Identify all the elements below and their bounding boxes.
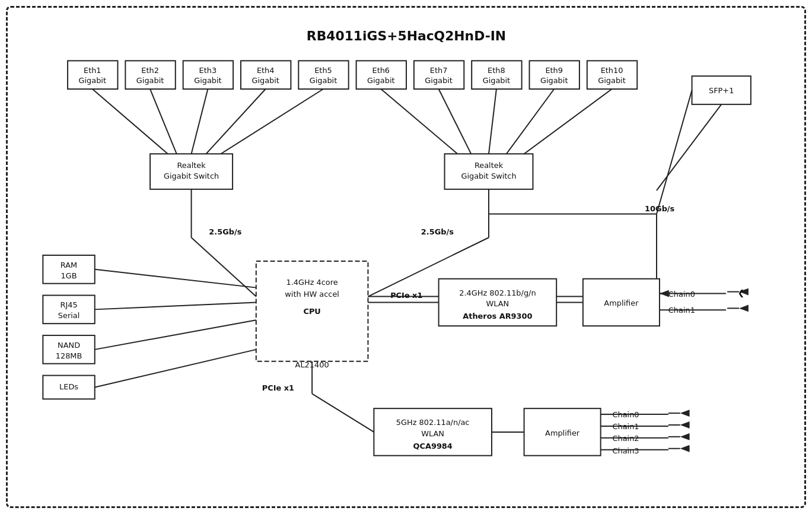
- ram-label2: 1GB: [61, 271, 77, 280]
- eth8-label: Eth8: [488, 66, 505, 75]
- cpu-bold: CPU: [303, 307, 320, 316]
- eth10-label: Eth10: [601, 66, 623, 75]
- amplifier1-label: Amplifier: [604, 299, 639, 307]
- svg-line-2: [93, 89, 168, 154]
- cpu-line1: 1.4GHz 4core: [286, 278, 338, 287]
- wlan2-bold: QCA9984: [413, 442, 453, 450]
- eth10-sub: Gigabit: [598, 76, 625, 85]
- svg-line-20: [95, 269, 256, 288]
- eth2-sub: Gigabit: [136, 76, 164, 85]
- switch-right-label1: Realtek: [475, 161, 504, 170]
- eth2-label: Eth2: [141, 66, 159, 75]
- svg-line-16: [657, 90, 692, 214]
- eth7-sub: Gigabit: [425, 76, 452, 85]
- wlan1-line1: 2.4GHz 802.11b/g/n: [459, 288, 536, 297]
- eth7-label: Eth7: [430, 66, 448, 75]
- eth3-sub: Gigabit: [194, 76, 221, 85]
- eth6-label: Eth6: [372, 66, 390, 75]
- cpu-line2: with HW accel: [285, 290, 339, 299]
- rj45-label2: Serial: [58, 311, 79, 320]
- eth4-label: Eth4: [257, 66, 275, 75]
- eth1-sub: Gigabit: [79, 76, 106, 85]
- wlan2-line2: WLAN: [421, 429, 444, 438]
- sfp-label: SFP+1: [709, 86, 734, 95]
- svg-line-4: [192, 89, 208, 154]
- svg-line-9: [489, 89, 496, 154]
- switch-left-label1: Realtek: [177, 161, 206, 170]
- svg-line-23: [95, 350, 256, 388]
- eth1-label: Eth1: [84, 66, 101, 75]
- pcie1-label: PCIe x1: [390, 291, 422, 300]
- chain3-bot-label: Chain3: [613, 446, 639, 455]
- wlan1-line2: WLAN: [486, 299, 510, 308]
- rj45-label1: RJ45: [60, 300, 77, 309]
- eth9-label: Eth9: [545, 66, 563, 75]
- eth3-label: Eth3: [199, 66, 217, 75]
- speed-left-label: 2.5Gb/s: [209, 227, 241, 236]
- wlan2-line1: 5GHz 802.11a/n/ac: [396, 418, 470, 427]
- svg-line-31: [312, 394, 374, 432]
- leds-label: LEDs: [59, 382, 78, 391]
- svg-line-10: [507, 89, 554, 154]
- svg-line-8: [439, 89, 472, 154]
- svg-line-21: [95, 302, 256, 309]
- svg-line-3: [150, 89, 177, 154]
- eth5-label: Eth5: [314, 66, 332, 75]
- svg-line-34: [657, 104, 721, 191]
- speed-sfp-label: 10Gb/s: [645, 204, 674, 213]
- amplifier2-label: Amplifier: [545, 429, 580, 437]
- eth5-sub: Gigabit: [310, 76, 337, 85]
- eth4-sub: Gigabit: [251, 76, 279, 85]
- pcie2-label: PCIe x1: [262, 383, 294, 392]
- svg-line-22: [95, 320, 256, 350]
- nand-label2: 128MB: [56, 351, 82, 360]
- switch-left-label2: Gigabit Switch: [164, 172, 219, 180]
- diagram-title: RB4011iGS+5HacQ2HnD-IN: [307, 28, 506, 43]
- svg-line-7: [381, 89, 457, 154]
- wlan1-bold: Atheros AR9300: [463, 312, 532, 321]
- chain0-top-arrow2: ❮: [738, 288, 744, 298]
- eth6-sub: Gigabit: [367, 76, 394, 85]
- eth9-sub: Gigabit: [540, 76, 568, 85]
- svg-line-11: [524, 89, 612, 154]
- speed-right-label: 2.5Gb/s: [421, 227, 454, 236]
- eth8-sub: Gigabit: [483, 76, 510, 85]
- switch-right-label2: Gigabit Switch: [461, 172, 516, 180]
- ram-label1: RAM: [60, 261, 77, 269]
- svg-line-13: [192, 237, 256, 296]
- nand-label1: NAND: [58, 341, 80, 350]
